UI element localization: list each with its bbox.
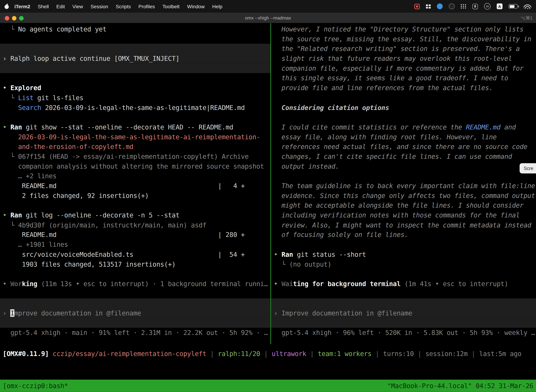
input-source-icon[interactable]: A	[497, 3, 502, 9]
text-segment: No agents completed yet	[18, 25, 106, 33]
text-segment: git show --stat --oneline --decorate HEA…	[22, 123, 233, 131]
dark-app-icon[interactable]	[449, 3, 455, 9]
text-segment: •	[274, 250, 282, 258]
screen-share-button[interactable]: Scre	[520, 163, 536, 173]
text-segment: review. Also, I might want to inspect th…	[274, 221, 531, 229]
menu-item-session[interactable]: Session	[87, 4, 112, 9]
text-segment: 1903 files changed, 513517 insertions(+)	[3, 260, 176, 268]
text-segment: I could cite commit statistics or refere…	[274, 123, 466, 131]
menu-item-toolbelt[interactable]: Toolbelt	[159, 4, 183, 9]
text-segment: and-the-erosion-of-copyleft.md	[3, 143, 134, 150]
text-segment: README.md	[466, 123, 500, 131]
menu-item-edit[interactable]: Edit	[53, 4, 69, 9]
text-segment: └	[3, 25, 18, 33]
apple-menu-icon[interactable]	[4, 3, 9, 9]
menu-item-view[interactable]: View	[69, 4, 87, 9]
menu-item-help[interactable]: Help	[208, 4, 226, 9]
text-segment: companion file, especially if more comme…	[274, 65, 523, 72]
text-segment: •	[274, 280, 282, 288]
left-pane[interactable]: └ No agents completed yet› Ralph loop ac…	[0, 23, 270, 344]
terminal-line	[0, 34, 270, 44]
text-segment: |	[206, 350, 218, 357]
terminal-line	[271, 269, 536, 279]
text-segment: the "Related research writing" section i…	[274, 45, 520, 52]
menu-item-profiles[interactable]: Profiles	[135, 4, 159, 9]
menu-item-window[interactable]: Window	[183, 4, 208, 9]
terminal-line: Search 2026-03-09-is-legal-the-same-as-l…	[0, 103, 270, 112]
terminal-line: evidence. Since this change only affects…	[271, 191, 536, 201]
text-segment: git ls-files	[34, 94, 83, 101]
ralph-loop-banner: › Ralph loop active continue [OMX_TMUX_I…	[0, 54, 270, 63]
text-segment: ultrawork	[272, 350, 306, 357]
terminal-line: output instead.	[271, 161, 536, 171]
terminal-line: └ List git ls-files	[0, 93, 270, 103]
gauge-icon[interactable]: .61	[484, 3, 491, 9]
text-segment: ralph:11/20	[218, 350, 260, 357]
text-segment: Wai	[282, 280, 293, 288]
terminal-line	[271, 93, 536, 103]
text-segment: the source tree, missing the essay. Stil…	[274, 35, 531, 43]
terminal-line	[0, 63, 270, 73]
screen-recording-indicator-icon[interactable]	[414, 4, 420, 9]
terminal-line: └ 4b9d30f (origin/main, instructkr/main,…	[0, 220, 270, 230]
text-segment: 4b9d30f (origin/main, instructkr/main, m…	[18, 221, 206, 229]
text-segment: |	[414, 350, 425, 357]
text-segment: cczip/essay/ai-reimplementation-copyleft	[53, 350, 206, 357]
text-segment: … +1901 lines	[3, 241, 68, 248]
text-segment: team:1 workers	[318, 350, 372, 357]
text-segment: Wor	[10, 280, 22, 288]
text-segment: Considering citation options	[274, 104, 389, 111]
terminal-line: • Ran git log --oneline --decorate -n 5 …	[0, 210, 270, 220]
menu-item-shell[interactable]: Shell	[34, 4, 53, 9]
text-segment: session:12m	[425, 350, 468, 357]
window-titlebar[interactable]: omx --xhigh --madmax ⌥⌘1	[0, 13, 536, 23]
text-segment: However, I noticed the "Directory Struct…	[274, 25, 523, 33]
terminal-line: • Ran git show --stat --oneline --decora…	[0, 122, 270, 132]
keyboard-grid-icon[interactable]	[426, 4, 431, 8]
text-segment: Explored	[10, 84, 41, 92]
text-segment: |	[260, 350, 272, 357]
text-segment: slight risk that future readers may over…	[274, 55, 512, 62]
terminal-line: … +1901 lines	[0, 240, 270, 250]
terminal-line: companion analysis without altering the …	[0, 161, 270, 171]
text-segment: List	[18, 94, 34, 101]
battery-icon[interactable]	[509, 4, 518, 9]
menu-item-scripts[interactable]: Scripts	[112, 4, 135, 9]
terminal-line: provide file and line references from th…	[271, 83, 536, 93]
text-segment: git status --short	[293, 250, 366, 258]
number-8-icon[interactable]: 8	[472, 4, 478, 9]
text-segment: ›	[3, 309, 10, 317]
tmux-host-clock: "MacBook-Pro-44.local" 04:52 31-Mar-26	[387, 382, 533, 390]
terminal-line: └ 067f154 (HEAD -> essay/ai-reimplementa…	[0, 152, 270, 161]
terminal-line: this single essay, it seems like a good …	[271, 73, 536, 83]
session-status-line: gpt-5.4 xhigh · 96% left · 520K in · 5.8…	[271, 328, 536, 338]
tmux-status-bar: [omx-cczip0:bash* "MacBook-Pro-44.local"…	[0, 380, 536, 392]
text-segment: git log --oneline --decorate -n 5 --stat	[22, 211, 180, 219]
terminal-line: and-the-erosion-of-copyleft.md	[0, 142, 270, 152]
terminal-line: • Ran git status --short	[271, 250, 536, 259]
terminal-line: … +2 lines	[0, 171, 270, 181]
terminal-line: └ No agents completed yet	[0, 24, 270, 34]
dots-grid-icon[interactable]	[461, 4, 466, 9]
text-segment: last:5m ago	[479, 350, 522, 357]
terminal-line: the "Related research writing" section i…	[271, 44, 536, 54]
session-status-line: gpt-5.4 xhigh · main · 91% left · 2.31M …	[0, 328, 270, 338]
prompt-input[interactable]: › Improve documentation in @filename	[0, 308, 270, 318]
wifi-icon[interactable]	[524, 4, 531, 9]
prompt-input[interactable]: › Improve documentation in @filename	[271, 308, 536, 318]
right-pane[interactable]: However, I noticed the "Directory Struct…	[271, 23, 536, 344]
screen: iTerm2ShellEditViewSessionScriptsProfile…	[0, 0, 536, 392]
blue-app-icon[interactable]	[437, 3, 443, 9]
text-segment: └	[3, 94, 18, 101]
text-segment: changes, I can't cite specific file line…	[274, 153, 512, 160]
text-segment: (11m 13s • esc to interrupt) · 1 backgro…	[37, 280, 268, 288]
terminal-line	[0, 73, 270, 83]
terminal-line: slight risk that future readers may over…	[271, 54, 536, 63]
text-segment: output instead.	[274, 163, 339, 170]
terminal-line	[0, 112, 270, 122]
menubar-status-icons: 8 .61 A	[414, 3, 531, 9]
text-segment: mprove documentation in @filename	[14, 309, 141, 317]
menu-item-iterm2[interactable]: iTerm2	[10, 4, 34, 9]
text-segment: turns:10	[383, 350, 414, 357]
text-segment: └	[3, 221, 18, 229]
